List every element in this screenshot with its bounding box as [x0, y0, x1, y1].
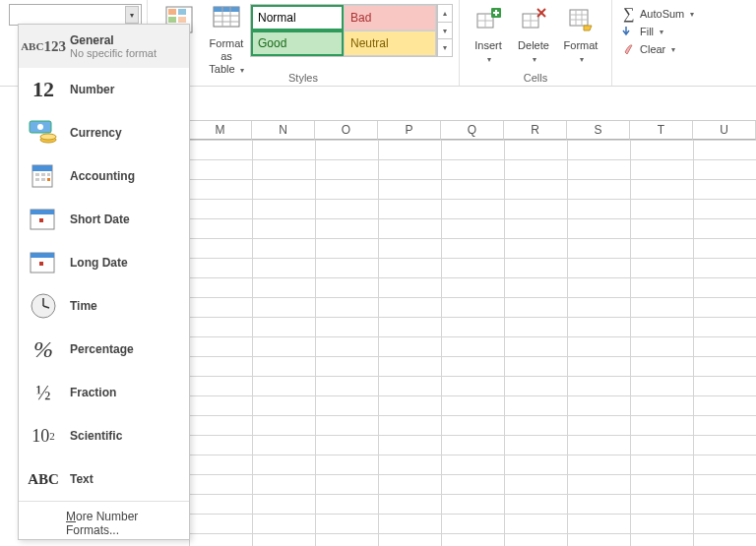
- col-header[interactable]: Q: [441, 121, 504, 140]
- format-option-sub: No specific format: [70, 47, 157, 59]
- format-as-table-label: Format asTable ▾: [209, 37, 243, 75]
- format-option-long-date[interactable]: Long Date: [19, 241, 189, 284]
- svg-rect-22: [570, 10, 588, 26]
- number-format-selector[interactable]: ▾: [9, 4, 142, 26]
- style-bad[interactable]: Bad: [344, 5, 436, 30]
- delete-button[interactable]: Delete▾: [513, 4, 554, 67]
- styles-scroll-down[interactable]: ▾: [438, 23, 452, 40]
- svg-point-30: [40, 134, 56, 140]
- svg-rect-1: [168, 9, 176, 15]
- fill-button[interactable]: Fill ▾: [620, 24, 696, 39]
- number-format-dropdown-menu: ABC123 General No specific format 12 Num…: [18, 24, 190, 540]
- percentage-icon: %: [27, 333, 60, 366]
- svg-rect-43: [31, 253, 54, 258]
- svg-rect-35: [47, 173, 50, 176]
- col-header[interactable]: M: [189, 121, 252, 140]
- currency-icon: [27, 116, 60, 150]
- format-option-general[interactable]: ABC123 General No specific format: [19, 25, 189, 68]
- style-normal[interactable]: Normal: [251, 5, 344, 30]
- autosum-label: AutoSum: [640, 8, 684, 20]
- col-header[interactable]: T: [630, 121, 693, 140]
- scientific-icon: 102: [27, 419, 60, 453]
- fill-icon: [622, 25, 636, 38]
- format-as-table-button[interactable]: Format asTable ▾: [203, 2, 250, 65]
- col-header[interactable]: S: [567, 121, 630, 140]
- format-label: Format: [564, 39, 598, 51]
- format-option-label: Text: [70, 472, 94, 486]
- cells-group: Insert▾ Delete▾ Format▾ Cells: [460, 0, 612, 86]
- svg-rect-2: [178, 9, 186, 15]
- delete-label: Delete: [518, 39, 549, 51]
- col-header[interactable]: P: [378, 121, 441, 140]
- format-option-label: Accounting: [70, 169, 135, 183]
- accounting-icon: [27, 159, 60, 193]
- format-option-label: Currency: [70, 126, 122, 140]
- svg-rect-37: [41, 178, 45, 181]
- format-option-label: Percentage: [70, 342, 134, 356]
- delete-icon: [518, 6, 549, 37]
- format-option-fraction[interactable]: ½ Fraction: [19, 371, 189, 414]
- autosum-button[interactable]: ∑ AutoSum ▾: [620, 6, 696, 22]
- svg-point-28: [37, 124, 43, 130]
- number-format-dropdown-button[interactable]: ▾: [125, 6, 139, 24]
- format-option-percentage[interactable]: % Percentage: [19, 328, 189, 371]
- clear-icon: [622, 42, 636, 56]
- format-option-accounting[interactable]: Accounting: [19, 154, 189, 198]
- svg-rect-6: [214, 7, 239, 12]
- format-option-scientific[interactable]: 102 Scientific: [19, 414, 189, 457]
- short-date-icon: [27, 203, 60, 236]
- cell-styles-gallery: Normal Bad Good Neutral: [250, 4, 437, 57]
- styles-group: onalng ▾ Format asTable ▾ Normal Bad Goo…: [148, 0, 460, 86]
- col-header[interactable]: R: [504, 121, 567, 140]
- format-icon: [565, 6, 597, 37]
- format-button[interactable]: Format▾: [558, 4, 603, 67]
- col-header[interactable]: N: [252, 121, 315, 140]
- styles-group-label: Styles: [148, 72, 459, 84]
- more-formats-label: ore Number Formats...: [66, 510, 138, 537]
- format-option-label: Long Date: [70, 256, 128, 270]
- more-number-formats[interactable]: More Number Formats...: [19, 501, 189, 545]
- svg-rect-34: [41, 173, 45, 176]
- clear-button[interactable]: Clear ▾: [620, 41, 696, 57]
- format-option-label: Fraction: [70, 386, 116, 399]
- fill-label: Fill: [640, 26, 654, 37]
- svg-rect-36: [35, 178, 39, 181]
- format-option-label: General: [70, 33, 157, 47]
- cell-grid[interactable]: [189, 140, 756, 546]
- styles-more-button[interactable]: ▾: [438, 39, 452, 56]
- format-option-label: Number: [70, 83, 114, 96]
- styles-scroll-up[interactable]: ▴: [438, 5, 452, 23]
- svg-rect-32: [32, 165, 52, 171]
- svg-rect-38: [47, 178, 50, 181]
- svg-rect-40: [31, 210, 54, 214]
- svg-rect-41: [39, 218, 43, 222]
- insert-button[interactable]: Insert▾: [468, 4, 509, 67]
- autosum-icon: ∑: [622, 7, 636, 21]
- format-option-number[interactable]: 12 Number: [19, 68, 189, 111]
- column-headers: M N O P Q R S T U: [189, 120, 756, 140]
- svg-rect-33: [35, 173, 39, 176]
- clear-label: Clear: [640, 43, 665, 55]
- format-option-label: Scientific: [70, 429, 122, 443]
- svg-rect-44: [39, 262, 43, 266]
- editing-group: ∑ AutoSum ▾ Fill ▾ Clear ▾: [612, 0, 704, 86]
- long-date-icon: [27, 246, 60, 279]
- fraction-icon: ½: [27, 376, 60, 409]
- svg-rect-4: [178, 17, 186, 23]
- cells-group-label: Cells: [460, 72, 611, 84]
- general-icon: ABC123: [27, 30, 60, 63]
- style-good[interactable]: Good: [251, 30, 344, 56]
- format-option-text[interactable]: ABC Text: [19, 457, 189, 501]
- format-option-label: Short Date: [70, 212, 130, 226]
- col-header[interactable]: O: [315, 121, 378, 140]
- time-icon: [27, 289, 60, 323]
- col-header[interactable]: U: [693, 121, 756, 140]
- format-option-currency[interactable]: Currency: [19, 111, 189, 154]
- format-option-time[interactable]: Time: [19, 284, 189, 328]
- insert-label: Insert: [474, 39, 502, 51]
- styles-gallery-scroll: ▴ ▾ ▾: [437, 4, 453, 57]
- format-option-short-date[interactable]: Short Date: [19, 198, 189, 241]
- number-icon: 12: [27, 73, 60, 106]
- insert-icon: [472, 6, 504, 37]
- style-neutral[interactable]: Neutral: [344, 30, 436, 56]
